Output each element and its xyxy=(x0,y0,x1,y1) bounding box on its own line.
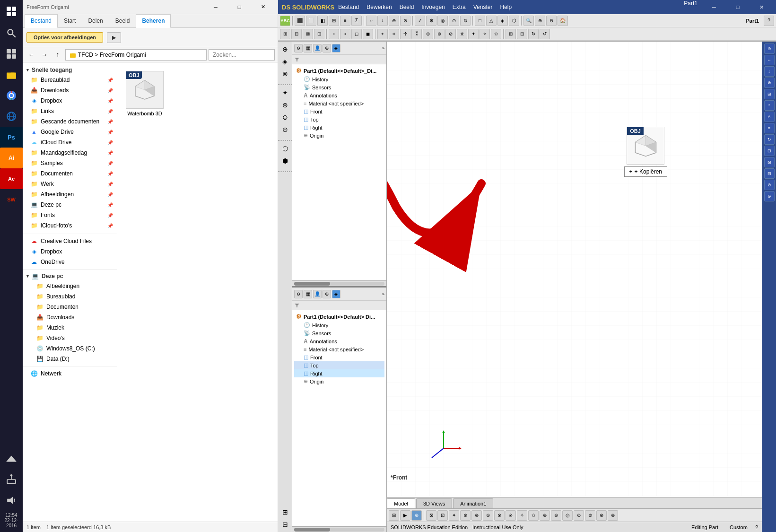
sidebar-pc-videos[interactable]: 📁 Video's xyxy=(23,333,117,343)
tree-btn-b5[interactable]: ◈ xyxy=(332,290,340,298)
sw-bottom-btn6[interactable]: ✦ xyxy=(449,510,459,521)
sidebar-item-dropbox[interactable]: ◈ Dropbox 📌 xyxy=(23,96,117,106)
sw-bottom-btn1[interactable]: ⊞ xyxy=(389,510,399,521)
sw-tool-9[interactable]: ⬢ xyxy=(279,155,291,166)
back-button[interactable]: ← xyxy=(26,49,37,61)
sw-more-btn4[interactable]: ↺ xyxy=(540,29,550,39)
sidebar-item-fonts[interactable]: 📁 Fonts 📌 xyxy=(23,210,117,220)
sw-btn-17[interactable]: △ xyxy=(486,16,497,26)
sw-more-btn3[interactable]: ↻ xyxy=(528,29,539,39)
sidebar-item-bureaublad[interactable]: 📁 Bureaublad 📌 xyxy=(23,75,117,85)
sidebar-pc-c[interactable]: 💿 Windows8_OS (C:) xyxy=(23,343,117,354)
sidebar-item-deze-pc[interactable]: 💻 Deze pc 📌 xyxy=(23,200,117,210)
tree-scrollbar-top[interactable] xyxy=(292,280,386,286)
sw-bottom-btn13[interactable]: ✩ xyxy=(528,510,539,521)
sw-bottom-btn19[interactable]: ⊛ xyxy=(596,510,607,521)
menu-help[interactable]: Help xyxy=(500,4,512,10)
sw-btn-abc[interactable]: ABC xyxy=(280,16,290,26)
sw-btn-3[interactable]: ◧ xyxy=(317,16,328,26)
sw-view-btn1[interactable]: ▫ xyxy=(329,29,339,39)
sw-bottom-btn10[interactable]: ⊗ xyxy=(494,510,505,521)
sw-btn-4[interactable]: ⊞ xyxy=(329,16,339,26)
tree-top-bot[interactable]: ◫ Top xyxy=(294,361,384,369)
sw-bottom-btn17[interactable]: ⊙ xyxy=(574,510,584,521)
sw-btn-8[interactable]: ↕ xyxy=(377,16,388,26)
sw-right-btn14[interactable]: ⊛ xyxy=(764,191,775,201)
menu-extra[interactable]: Extra xyxy=(453,4,466,10)
sw-dim-btn7[interactable]: ⊘ xyxy=(445,29,456,39)
tab-model[interactable]: Model xyxy=(387,498,415,508)
tree-top-top[interactable]: ◫ Top xyxy=(294,115,384,123)
sw-dim-btn3[interactable]: ✢ xyxy=(400,29,410,39)
sw-btn-15[interactable]: ⊚ xyxy=(460,16,471,26)
sw-right-btn13[interactable]: ⊘ xyxy=(764,180,775,190)
sw-dim-btn4[interactable]: ⁑ xyxy=(411,29,422,39)
start-button[interactable] xyxy=(0,0,23,23)
tree-btn-4[interactable]: ⊕ xyxy=(323,44,331,52)
tab-start[interactable]: Start xyxy=(58,14,82,27)
tree-btn-1[interactable]: ⚙ xyxy=(294,44,303,52)
deze-pc-header[interactable]: ▾ 💻 Deze pc xyxy=(23,271,117,281)
tree-expand-btn[interactable]: » xyxy=(382,46,384,51)
menu-beeld[interactable]: Beeld xyxy=(400,4,414,10)
sw-bottom-btn18[interactable]: ⊚ xyxy=(585,510,595,521)
tree-origin-bot[interactable]: ⊕ Origin xyxy=(294,377,384,385)
sidebar-pc-afbeeldingen[interactable]: 📁 Afbeeldingen xyxy=(23,281,117,291)
sw-right-btn5[interactable]: ⊞ xyxy=(764,89,775,99)
sw-dim-btn8[interactable]: ※ xyxy=(457,29,467,39)
search-taskbar-icon[interactable] xyxy=(0,23,23,44)
sw-tool-10[interactable]: ⊞ xyxy=(279,506,291,518)
tree-root-part1b[interactable]: ⚙ Part1 (Default<<Default> Di... xyxy=(294,312,384,321)
sw-right-btn9[interactable]: ↻ xyxy=(764,134,775,145)
sw-view-btn4[interactable]: ◼ xyxy=(363,29,373,39)
expand-tray-icon[interactable] xyxy=(0,448,23,469)
sw-btn-2[interactable]: ⬜ xyxy=(306,16,316,26)
sidebar-pc-documenten[interactable]: 📁 Documenten xyxy=(23,302,117,312)
menu-bestand[interactable]: Bestand xyxy=(338,4,359,10)
sw-btn-20[interactable]: 🔍 xyxy=(523,16,534,26)
waterbomb-file[interactable]: OBJ Waterbomb 3D xyxy=(123,68,166,119)
maximize-button[interactable]: □ xyxy=(228,0,250,14)
sw-snap-btn1[interactable]: ⊞ xyxy=(280,29,290,39)
menu-venster[interactable]: Venster xyxy=(473,4,493,10)
tree-btn-b2[interactable]: ▦ xyxy=(304,290,312,298)
sw-help-icon[interactable]: ? xyxy=(755,524,758,530)
tree-root-part1[interactable]: ⚙ Part1 (Default<<Default>_Di... xyxy=(294,66,384,75)
sw-btn-23[interactable]: 🏠 xyxy=(558,16,568,26)
tree-right-top[interactable]: ◫ Right xyxy=(294,123,384,131)
sw-bottom-btn2[interactable]: ▶ xyxy=(400,510,410,521)
tab-3dviews[interactable]: 3D Views xyxy=(416,498,452,508)
sidebar-pc-muziek[interactable]: 📁 Muziek xyxy=(23,323,117,333)
sw-dim-btn2[interactable]: ⌗ xyxy=(389,29,399,39)
sidebar-item-onedrive[interactable]: ☁ OneDrive xyxy=(23,257,117,267)
sw-right-btn1[interactable]: ⊕ xyxy=(764,44,775,54)
sw-help-btn[interactable]: ? xyxy=(764,16,774,26)
sidebar-item-links[interactable]: 📁 Links 📌 xyxy=(23,106,117,116)
sw-btn-10[interactable]: ⊗ xyxy=(400,16,410,26)
menu-invoegen[interactable]: Invoegen xyxy=(421,4,445,10)
sw-bottom-btn7[interactable]: ⊛ xyxy=(460,510,471,521)
tree-btn-b1[interactable]: ⚙ xyxy=(294,290,303,298)
sw-tool-4[interactable]: ✦ xyxy=(279,87,291,98)
ribbon-action-btn[interactable]: ▶ xyxy=(107,32,121,43)
sidebar-item-icloud-fotos[interactable]: 📁 iCloud-foto's 📌 xyxy=(23,220,117,231)
sw-dim-btn11[interactable]: ✩ xyxy=(491,29,501,39)
sw-bottom-btn12[interactable]: ✧ xyxy=(517,510,527,521)
solidworks-icon[interactable]: SW xyxy=(0,189,23,210)
sw-bottom-btn20[interactable]: ⊜ xyxy=(608,510,618,521)
sw-bottom-btn11[interactable]: ※ xyxy=(506,510,516,521)
sidebar-item-dropbox2[interactable]: ◈ Dropbox xyxy=(23,246,117,257)
sw-btn-6[interactable]: Σ xyxy=(351,16,362,26)
sw-tool-3[interactable]: ⊗ xyxy=(279,68,291,79)
minimize-button[interactable]: ─ xyxy=(205,0,227,14)
sw-minimize[interactable]: ─ xyxy=(703,0,725,14)
tab-animation1[interactable]: Animation1 xyxy=(453,498,493,508)
sw-bottom-btn14[interactable]: ⊕ xyxy=(540,510,550,521)
sidebar-item-googledrive[interactable]: ▲ Google Drive 📌 xyxy=(23,127,117,137)
sw-tool-5[interactable]: ⊛ xyxy=(279,99,291,111)
explorer-taskbar-icon[interactable] xyxy=(0,64,23,85)
sw-btn-22[interactable]: ⊖ xyxy=(546,16,557,26)
sw-right-btn3[interactable]: ↕ xyxy=(764,66,775,77)
sw-btn-7[interactable]: ↔ xyxy=(366,16,376,26)
sw-tool-7[interactable]: ⊝ xyxy=(279,124,291,135)
